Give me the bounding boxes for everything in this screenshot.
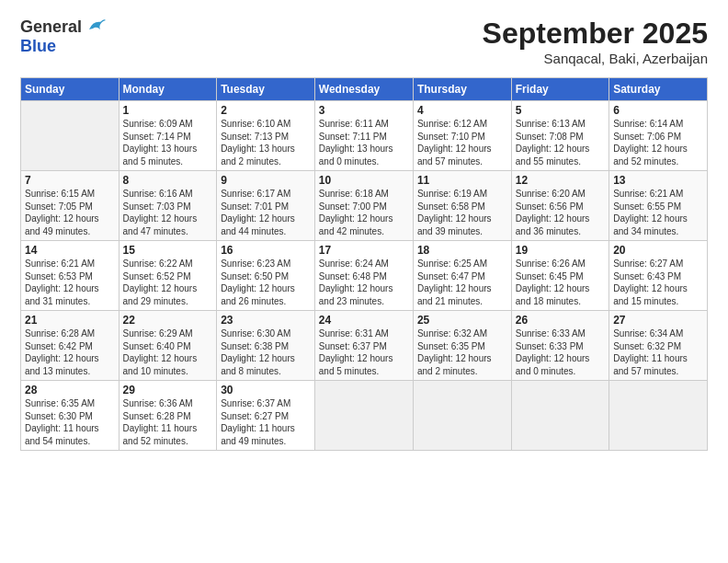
logo: General Blue (20, 17, 106, 56)
table-row: 4Sunrise: 6:12 AMSunset: 7:10 PMDaylight… (413, 101, 511, 171)
day-info: Sunrise: 6:23 AMSunset: 6:50 PMDaylight:… (221, 258, 311, 307)
day-number: 7 (25, 174, 115, 187)
logo-bird-icon (85, 17, 106, 37)
day-info: Sunrise: 6:22 AMSunset: 6:52 PMDaylight:… (123, 258, 213, 307)
day-number: 10 (319, 174, 409, 187)
calendar-week-row: 1Sunrise: 6:09 AMSunset: 7:14 PMDaylight… (21, 101, 708, 171)
calendar-week-row: 28Sunrise: 6:35 AMSunset: 6:30 PMDayligh… (21, 381, 708, 451)
month-year: September 2025 (483, 17, 708, 51)
table-row: 29Sunrise: 6:36 AMSunset: 6:28 PMDayligh… (119, 381, 217, 451)
day-number: 6 (613, 104, 703, 117)
table-row: 16Sunrise: 6:23 AMSunset: 6:50 PMDayligh… (217, 241, 315, 311)
day-info: Sunrise: 6:20 AMSunset: 6:56 PMDaylight:… (516, 188, 605, 237)
table-row: 3Sunrise: 6:11 AMSunset: 7:11 PMDaylight… (314, 101, 413, 171)
table-row: 28Sunrise: 6:35 AMSunset: 6:30 PMDayligh… (21, 381, 119, 451)
day-number: 14 (25, 244, 115, 257)
table-row: 21Sunrise: 6:28 AMSunset: 6:42 PMDayligh… (21, 311, 119, 381)
day-info: Sunrise: 6:29 AMSunset: 6:40 PMDaylight:… (123, 327, 213, 377)
table-row: 17Sunrise: 6:24 AMSunset: 6:48 PMDayligh… (314, 241, 413, 311)
day-number: 12 (516, 174, 605, 187)
day-number: 24 (319, 314, 409, 327)
day-number: 2 (221, 104, 311, 117)
day-number: 17 (319, 244, 409, 257)
table-row: 23Sunrise: 6:30 AMSunset: 6:38 PMDayligh… (217, 311, 315, 381)
page: General Blue September 2025 Sanqacal, Ba… (0, 0, 728, 563)
logo-blue-text: Blue (20, 37, 56, 56)
day-info: Sunrise: 6:28 AMSunset: 6:42 PMDaylight:… (25, 327, 115, 377)
col-sunday: Sunday (21, 78, 119, 101)
table-row: 9Sunrise: 6:17 AMSunset: 7:01 PMDaylight… (217, 171, 315, 241)
day-info: Sunrise: 6:27 AMSunset: 6:43 PMDaylight:… (613, 258, 703, 307)
table-row: 5Sunrise: 6:13 AMSunset: 7:08 PMDaylight… (511, 101, 609, 171)
table-row: 18Sunrise: 6:25 AMSunset: 6:47 PMDayligh… (413, 241, 511, 311)
table-row (609, 381, 708, 451)
day-number: 15 (123, 244, 213, 257)
table-row: 2Sunrise: 6:10 AMSunset: 7:13 PMDaylight… (217, 101, 315, 171)
day-info: Sunrise: 6:32 AMSunset: 6:35 PMDaylight:… (417, 327, 507, 377)
day-info: Sunrise: 6:37 AMSunset: 6:27 PMDaylight:… (221, 397, 311, 447)
table-row: 14Sunrise: 6:21 AMSunset: 6:53 PMDayligh… (21, 241, 119, 311)
day-info: Sunrise: 6:09 AMSunset: 7:14 PMDaylight:… (123, 118, 213, 167)
table-row (21, 101, 119, 171)
day-number: 23 (221, 314, 311, 327)
calendar-week-row: 14Sunrise: 6:21 AMSunset: 6:53 PMDayligh… (21, 241, 708, 311)
col-friday: Friday (511, 78, 609, 101)
day-number: 18 (417, 244, 507, 257)
day-number: 30 (221, 384, 311, 396)
day-info: Sunrise: 6:17 AMSunset: 7:01 PMDaylight:… (221, 188, 311, 237)
day-info: Sunrise: 6:10 AMSunset: 7:13 PMDaylight:… (221, 118, 311, 167)
day-info: Sunrise: 6:31 AMSunset: 6:37 PMDaylight:… (319, 327, 409, 377)
day-info: Sunrise: 6:36 AMSunset: 6:28 PMDaylight:… (123, 397, 213, 447)
day-number: 9 (221, 174, 311, 187)
day-number: 21 (25, 314, 115, 327)
day-info: Sunrise: 6:25 AMSunset: 6:47 PMDaylight:… (417, 258, 507, 307)
day-info: Sunrise: 6:30 AMSunset: 6:38 PMDaylight:… (221, 327, 311, 377)
day-number: 11 (417, 174, 507, 187)
header: General Blue September 2025 Sanqacal, Ba… (20, 17, 708, 66)
day-number: 3 (319, 104, 409, 117)
day-info: Sunrise: 6:12 AMSunset: 7:10 PMDaylight:… (417, 118, 507, 167)
day-number: 20 (613, 244, 703, 257)
day-info: Sunrise: 6:14 AMSunset: 7:06 PMDaylight:… (613, 118, 703, 167)
day-info: Sunrise: 6:15 AMSunset: 7:05 PMDaylight:… (25, 188, 115, 237)
day-info: Sunrise: 6:24 AMSunset: 6:48 PMDaylight:… (319, 258, 409, 307)
col-thursday: Thursday (413, 78, 511, 101)
table-row: 22Sunrise: 6:29 AMSunset: 6:40 PMDayligh… (119, 311, 217, 381)
table-row: 7Sunrise: 6:15 AMSunset: 7:05 PMDaylight… (21, 171, 119, 241)
col-monday: Monday (119, 78, 217, 101)
calendar-header-row: Sunday Monday Tuesday Wednesday Thursday… (21, 78, 708, 101)
table-row: 20Sunrise: 6:27 AMSunset: 6:43 PMDayligh… (609, 241, 708, 311)
day-info: Sunrise: 6:18 AMSunset: 7:00 PMDaylight:… (319, 188, 409, 237)
table-row (314, 381, 413, 451)
table-row: 6Sunrise: 6:14 AMSunset: 7:06 PMDaylight… (609, 101, 708, 171)
table-row: 10Sunrise: 6:18 AMSunset: 7:00 PMDayligh… (314, 171, 413, 241)
day-info: Sunrise: 6:26 AMSunset: 6:45 PMDaylight:… (516, 258, 605, 307)
table-row: 26Sunrise: 6:33 AMSunset: 6:33 PMDayligh… (511, 311, 609, 381)
day-info: Sunrise: 6:33 AMSunset: 6:33 PMDaylight:… (516, 327, 605, 377)
day-number: 16 (221, 244, 311, 257)
table-row: 11Sunrise: 6:19 AMSunset: 6:58 PMDayligh… (413, 171, 511, 241)
day-number: 13 (613, 174, 703, 187)
table-row: 13Sunrise: 6:21 AMSunset: 6:55 PMDayligh… (609, 171, 708, 241)
day-number: 1 (123, 104, 213, 117)
calendar-week-row: 21Sunrise: 6:28 AMSunset: 6:42 PMDayligh… (21, 311, 708, 381)
table-row: 19Sunrise: 6:26 AMSunset: 6:45 PMDayligh… (511, 241, 609, 311)
day-info: Sunrise: 6:19 AMSunset: 6:58 PMDaylight:… (417, 188, 507, 237)
logo-general-text: General (20, 17, 82, 37)
day-number: 26 (516, 314, 605, 327)
day-info: Sunrise: 6:11 AMSunset: 7:11 PMDaylight:… (319, 118, 409, 167)
table-row: 30Sunrise: 6:37 AMSunset: 6:27 PMDayligh… (217, 381, 315, 451)
col-saturday: Saturday (609, 78, 708, 101)
table-row: 24Sunrise: 6:31 AMSunset: 6:37 PMDayligh… (314, 311, 413, 381)
day-number: 4 (417, 104, 507, 117)
day-number: 28 (25, 384, 115, 396)
day-info: Sunrise: 6:13 AMSunset: 7:08 PMDaylight:… (516, 118, 605, 167)
calendar-table: Sunday Monday Tuesday Wednesday Thursday… (20, 77, 708, 451)
day-info: Sunrise: 6:35 AMSunset: 6:30 PMDaylight:… (25, 397, 115, 447)
day-number: 5 (516, 104, 605, 117)
title-block: September 2025 Sanqacal, Baki, Azerbaija… (483, 17, 708, 66)
table-row: 12Sunrise: 6:20 AMSunset: 6:56 PMDayligh… (511, 171, 609, 241)
day-number: 27 (613, 314, 703, 327)
col-tuesday: Tuesday (217, 78, 315, 101)
table-row: 8Sunrise: 6:16 AMSunset: 7:03 PMDaylight… (119, 171, 217, 241)
